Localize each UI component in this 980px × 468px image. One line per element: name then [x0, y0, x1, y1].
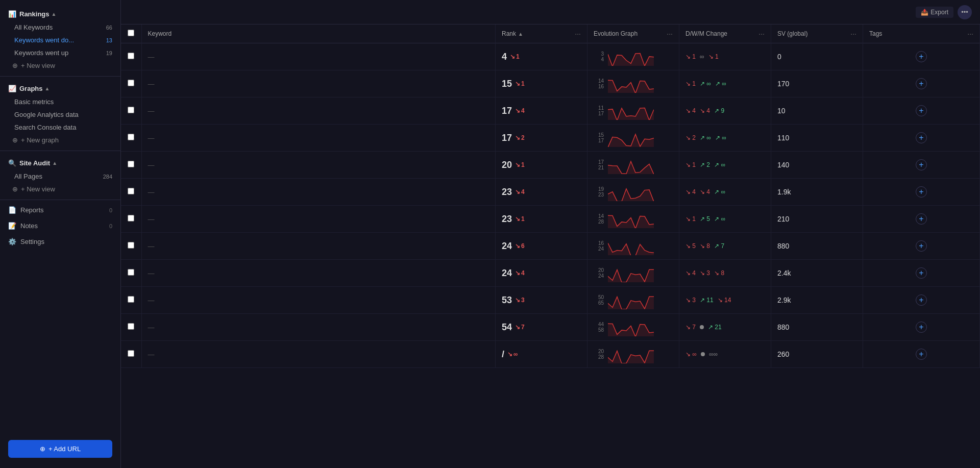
sv-value: 170 [777, 80, 789, 88]
evo-min: 20 [598, 267, 604, 273]
row-evolution-cell: 16 24 [587, 233, 679, 260]
row-rank-cell: 17 ↘ 2 [496, 125, 587, 152]
top-bar: 📤 Export ••• [121, 0, 980, 24]
th-dwm[interactable]: D/W/M Change ··· [679, 24, 771, 43]
add-tag-button[interactable]: + [916, 132, 927, 143]
site-audit-arrow: ▲ [52, 160, 57, 166]
sidebar-item-basic-metrics[interactable]: Basic metrics [0, 95, 120, 108]
row-checkbox[interactable] [128, 161, 134, 167]
add-tag-button[interactable]: + [916, 349, 927, 360]
add-tag-button[interactable]: + [916, 159, 927, 170]
sidebar-new-graph[interactable]: ⊕ + New graph [0, 134, 120, 146]
table-row: — 24 ↘ 4 20 24 [121, 260, 980, 287]
evo-max: 65 [598, 300, 604, 306]
m-change: ↘ 14 [718, 297, 731, 304]
sparkline-chart [608, 129, 654, 147]
w-change: ↗ ∞ [700, 80, 711, 87]
row-checkbox[interactable] [128, 80, 134, 86]
add-url-icon: ⊕ [40, 445, 45, 453]
sidebar-item-reports[interactable]: 📄 Reports 0 [0, 202, 120, 218]
more-options-button[interactable]: ••• [958, 5, 972, 19]
row-checkbox[interactable] [128, 296, 134, 303]
row-evolution-cell: 44 58 [587, 314, 679, 341]
evo-min: 20 [598, 349, 604, 354]
evo-min: 15 [598, 132, 604, 138]
sv-value: 210 [777, 215, 789, 223]
row-checkbox-cell [121, 314, 141, 341]
th-keyword-label: Keyword [148, 30, 172, 37]
dwm-more-icon[interactable]: ··· [758, 30, 765, 38]
new-graph-icon: ⊕ [12, 136, 18, 144]
select-all-checkbox[interactable] [128, 30, 134, 36]
row-checkbox[interactable] [128, 323, 134, 330]
row-rank-cell: 17 ↘ 4 [496, 97, 587, 125]
rank-value: 23 [502, 187, 512, 198]
table-row: — 20 ↘ 1 17 21 [121, 152, 980, 179]
th-rank[interactable]: Rank ▲ ··· [496, 24, 587, 43]
row-checkbox-cell [121, 43, 141, 70]
sidebar-item-keywords-down[interactable]: Keywords went do... 13 [0, 34, 120, 46]
rank-more-icon[interactable]: ··· [575, 30, 581, 38]
m-change: ↗ 9 [714, 107, 724, 114]
sidebar-item-google-analytics[interactable]: Google Analytics data [0, 108, 120, 121]
sidebar-item-notes[interactable]: 📝 Notes 0 [0, 218, 120, 234]
rank-arrow: ↘ [507, 351, 512, 358]
rank-arrow: ↘ [515, 297, 520, 304]
sidebar-item-settings[interactable]: ⚙️ Settings [0, 234, 120, 250]
row-keyword-cell: — [141, 233, 496, 260]
sidebar-new-view-1[interactable]: ⊕ + New view [0, 59, 120, 72]
w-dot [701, 352, 705, 356]
th-sv[interactable]: SV (global) ··· [771, 24, 863, 43]
add-tag-button[interactable]: + [916, 267, 927, 279]
row-checkbox-cell [121, 152, 141, 179]
evo-range: 11 17 [594, 105, 604, 116]
row-tags-cell: + [863, 314, 980, 341]
row-checkbox[interactable] [128, 215, 134, 221]
row-keyword-cell: — [141, 179, 496, 206]
rankings-header[interactable]: 📊 Rankings ▲ [0, 7, 120, 21]
tags-more-icon[interactable]: ··· [967, 30, 973, 38]
row-checkbox[interactable] [128, 134, 134, 140]
rank-arrow: ↘ [515, 107, 520, 114]
new-view-label-1: + New view [21, 62, 55, 69]
sv-value: 880 [777, 242, 789, 250]
row-keyword-cell: — [141, 341, 496, 368]
row-checkbox[interactable] [128, 242, 134, 249]
th-tags[interactable]: Tags ··· [863, 24, 980, 43]
sidebar-item-all-pages[interactable]: All Pages 284 [0, 170, 120, 183]
rank-change-indicator: ↘ ∞ [507, 351, 518, 358]
add-tag-button[interactable]: + [916, 322, 927, 333]
add-tag-button[interactable]: + [916, 105, 927, 116]
add-tag-button[interactable]: + [916, 78, 927, 89]
export-button[interactable]: 📤 Export [916, 7, 953, 18]
evolution-more-icon[interactable]: ··· [667, 30, 673, 38]
row-checkbox[interactable] [128, 269, 134, 276]
sidebar-new-view-2[interactable]: ⊕ + New view [0, 183, 120, 195]
add-tag-button[interactable]: + [916, 51, 927, 62]
add-tag-button[interactable]: + [916, 240, 927, 252]
graphs-header[interactable]: 📈 Graphs ▲ [0, 82, 120, 95]
row-sv-cell: 2.9k [771, 287, 863, 314]
sidebar-item-keywords-up[interactable]: Keywords went up 19 [0, 46, 120, 59]
row-checkbox[interactable] [128, 350, 134, 357]
add-tag-button[interactable]: + [916, 186, 927, 198]
sidebar-item-search-console[interactable]: Search Console data [0, 121, 120, 134]
th-evolution[interactable]: Evolution Graph ··· [587, 24, 679, 43]
add-tag-button[interactable]: + [916, 213, 927, 225]
row-keyword-cell: — [141, 314, 496, 341]
row-checkbox[interactable] [128, 53, 134, 59]
evo-range: 50 65 [594, 294, 604, 306]
row-dwm-cell: ↘ 1 ↗ 5 ↗ ∞ [679, 206, 771, 233]
row-checkbox[interactable] [128, 107, 134, 113]
sv-more-icon[interactable]: ··· [850, 30, 856, 38]
site-audit-header[interactable]: 🔍 Site Audit ▲ [0, 156, 120, 170]
add-tag-button[interactable]: + [916, 294, 927, 306]
sidebar-item-all-keywords[interactable]: All Keywords 66 [0, 21, 120, 34]
rank-change-indicator: ↘ 4 [515, 269, 525, 277]
add-url-button[interactable]: ⊕ + Add URL [8, 440, 112, 458]
row-checkbox[interactable] [128, 188, 134, 194]
evo-min: 11 [598, 105, 604, 111]
d-change: ↘ ∞ [685, 351, 697, 358]
row-dwm-cell: ↘ 4 ↘ 4 ↗ ∞ [679, 179, 771, 206]
rank-value: 17 [502, 133, 512, 143]
